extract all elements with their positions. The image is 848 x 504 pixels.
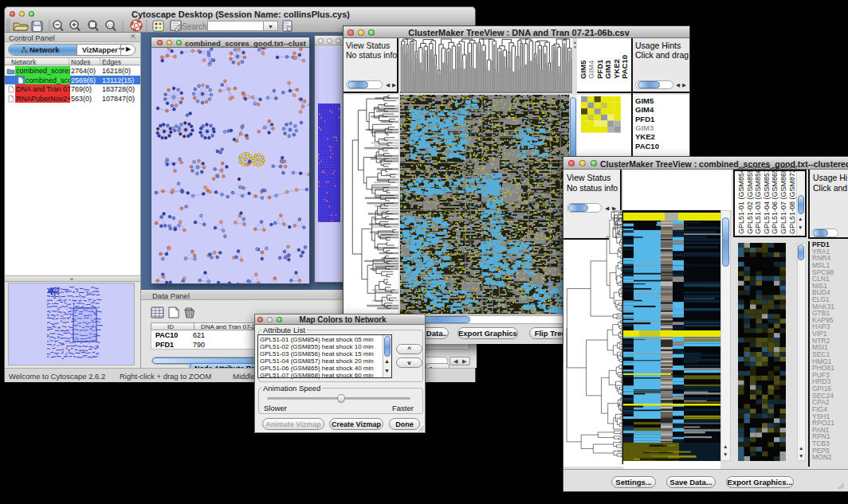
svg-text:1:1: 1:1 [108, 23, 113, 28]
